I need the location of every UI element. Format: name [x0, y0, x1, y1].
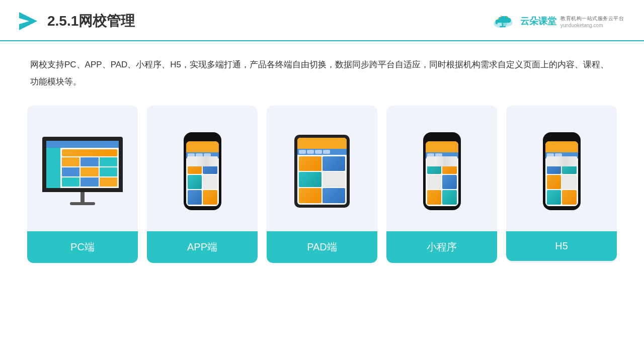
- h5-nav-row: [545, 152, 578, 158]
- pad-label: PAD端: [267, 231, 377, 263]
- pad-tablet: [294, 135, 350, 208]
- app-phone-screen: [186, 141, 219, 206]
- cards-grid: PC端: [30, 106, 614, 263]
- main-content: 网校支持PC、APP、PAD、小程序、H5，实现多端打通，产品各终端自由切换，数…: [0, 41, 644, 273]
- miniapp-phone: [423, 132, 461, 210]
- pad-screen: [297, 138, 347, 205]
- brand-area: 云朵课堂 教育机构一站式服务云平台 yunduoketang.com: [491, 12, 624, 30]
- pc-card-7: [62, 177, 79, 187]
- pad-screen-header: [297, 138, 347, 149]
- pad-screen-body: [297, 155, 347, 205]
- pc-image-area: [27, 106, 138, 231]
- pc-card-6: [100, 167, 117, 176]
- pad-block-4: [323, 172, 345, 187]
- h5-screen-content: [545, 141, 578, 206]
- pc-top-bar: [46, 141, 119, 148]
- svg-point-6: [501, 16, 502, 17]
- brand-name: 云朵课堂: [520, 15, 556, 27]
- h5-phone: [543, 132, 581, 210]
- miniapp-screen-content: [426, 141, 458, 206]
- miniapp-block-4: [442, 175, 457, 189]
- description-text: 网校支持PC、APP、PAD、小程序、H5，实现多端打通，产品各终端自由切换，数…: [30, 56, 614, 90]
- cloud-icon: [491, 12, 516, 30]
- brand-slogan-area: 教育机构一站式服务云平台 yunduoketang.com: [560, 14, 624, 28]
- header-left: 2.5.1网校管理: [15, 9, 135, 33]
- pc-card-3: [100, 157, 117, 166]
- pad-nav-row: [297, 149, 347, 155]
- pc-card-5: [80, 167, 98, 176]
- block-1: [188, 160, 202, 174]
- block-3: [188, 175, 202, 189]
- phone-notch-1: [195, 136, 210, 139]
- pad-block-3: [299, 172, 321, 187]
- miniapp-label: 小程序: [386, 231, 497, 263]
- h5-card: H5: [506, 106, 617, 263]
- svg-marker-0: [19, 12, 37, 30]
- pad-block-2: [323, 156, 345, 171]
- miniapp-block-6: [442, 190, 457, 204]
- nav-dot-2: [196, 153, 203, 157]
- miniapp-nav-dot-1: [427, 153, 434, 157]
- pc-card-4: [62, 167, 79, 176]
- pc-card-1: [62, 157, 79, 166]
- miniapp-screen-body: [426, 158, 458, 206]
- h5-phone-screen: [545, 141, 578, 206]
- pc-card-9: [100, 177, 117, 187]
- h5-nav-dot-1: [547, 153, 554, 157]
- svg-rect-4: [500, 26, 506, 27]
- monitor-screen: [42, 137, 123, 192]
- monitor-base: [70, 202, 95, 205]
- svg-point-7: [506, 17, 507, 18]
- miniapp-block-2: [442, 160, 457, 174]
- app-label: APP端: [147, 231, 258, 263]
- pc-card-2: [80, 157, 98, 166]
- miniapp-image-area: [386, 106, 497, 231]
- pc-cards-row-2: [62, 167, 117, 176]
- h5-nav-dot-2: [555, 153, 562, 157]
- block-2: [203, 160, 217, 174]
- pad-nav-dot-3: [315, 150, 322, 154]
- nav-dot-3: [204, 153, 211, 157]
- block-6: [203, 190, 217, 204]
- app-screen-header: [186, 141, 219, 152]
- h5-block-6: [562, 190, 577, 204]
- app-screen-content: [186, 141, 219, 206]
- h5-image-area: [506, 106, 617, 231]
- pc-cards-row: [62, 157, 117, 166]
- pad-nav-dot-1: [299, 150, 306, 154]
- pad-nav-dot-2: [307, 150, 314, 154]
- pc-label: PC端: [27, 231, 138, 263]
- h5-block-4: [562, 175, 577, 189]
- miniapp-block-1: [427, 160, 442, 174]
- brand-name-area: 云朵课堂: [520, 15, 556, 27]
- app-screen-body: [186, 158, 219, 206]
- pad-card: PAD端: [267, 106, 377, 263]
- miniapp-nav-dot-2: [435, 153, 442, 157]
- phone-notch-2: [434, 136, 449, 139]
- monitor-stand: [80, 192, 85, 202]
- pc-main-area: [60, 148, 119, 188]
- h5-screen-body: [545, 158, 578, 206]
- brand-slogan: 教育机构一站式服务云平台: [560, 15, 624, 22]
- block-4: [203, 175, 217, 189]
- miniapp-block-3: [427, 175, 442, 189]
- h5-screen-header: [545, 141, 578, 152]
- pc-card: PC端: [27, 106, 138, 263]
- app-image-area: [147, 106, 258, 231]
- pc-sidebar: [46, 148, 60, 188]
- brand-logo: 云朵课堂 教育机构一站式服务云平台 yunduoketang.com: [491, 12, 624, 30]
- pc-banner: [62, 149, 117, 156]
- miniapp-screen-header: [426, 141, 458, 152]
- pc-monitor: [42, 137, 123, 205]
- h5-block-3: [547, 175, 561, 189]
- miniapp-block-5: [427, 190, 442, 204]
- pad-block-1: [299, 156, 321, 171]
- header: 2.5.1网校管理 云朵课堂 教育机构一站式服务云平台 yunduoketang…: [0, 0, 644, 41]
- brand-url: yunduoketang.com: [560, 23, 624, 28]
- pc-cards-row-3: [62, 177, 117, 187]
- pad-screen-content: [297, 138, 347, 205]
- miniapp-phone-screen: [426, 141, 458, 206]
- h5-block-1: [547, 160, 561, 174]
- phone-notch-3: [554, 136, 569, 139]
- page-title: 2.5.1网校管理: [47, 12, 135, 31]
